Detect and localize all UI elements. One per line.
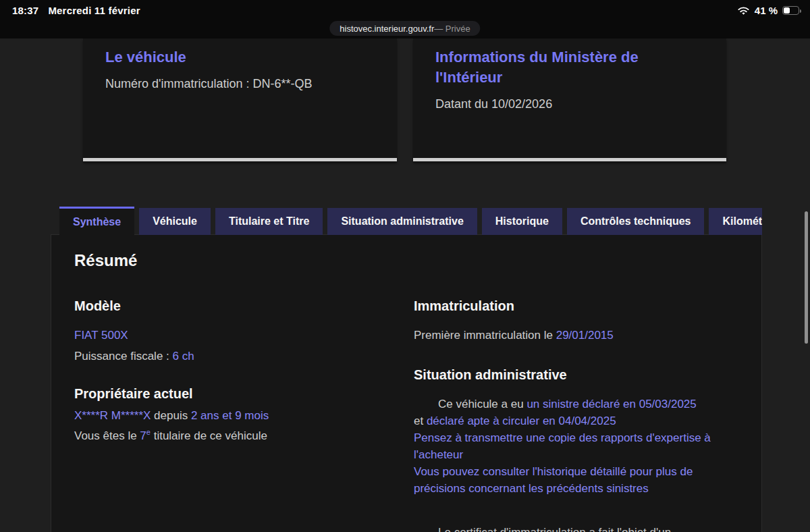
- status-bar-right: 41 %: [737, 5, 799, 16]
- owner-name: X****R M*****X: [74, 409, 151, 422]
- model-heading: Modèle: [74, 297, 364, 315]
- tab-bar: Synthèse Véhicule Titulaire et Titre Sit…: [51, 206, 762, 235]
- historique-detail-link[interactable]: Vous pouvez consulter l'historique détai…: [414, 465, 693, 495]
- first-registration-date: 29/01/2015: [556, 329, 614, 342]
- tab-controles-techniques[interactable]: Contrôles techniques: [567, 208, 705, 235]
- situation-paragraph: Ce véhicule a eu un sinistre déclaré en …: [414, 396, 738, 497]
- status-time: 18:37: [12, 5, 38, 16]
- battery-level-fill: [784, 7, 790, 14]
- holder-rank: 7e: [140, 429, 151, 442]
- sinistre-link[interactable]: un sinistre déclaré en 05/03/2025: [526, 398, 696, 410]
- tab-kilometrage[interactable]: Kilométrage: [709, 208, 762, 235]
- status-date: Mercredi 11 février: [48, 5, 140, 16]
- battery-icon: [782, 6, 799, 15]
- battery-nub: [800, 9, 802, 13]
- certificat-clipped-line: Le certificat d'immatriculation a fait l…: [414, 524, 738, 532]
- vertical-scrollbar[interactable]: [805, 211, 808, 344]
- address-bar-privacy-label: — Privée: [434, 24, 470, 34]
- model-name-link[interactable]: FIAT 500X: [74, 329, 128, 342]
- holder-line: Vous êtes le 7e titulaire de ce véhicule: [74, 424, 364, 444]
- synthese-panel: Résumé Modèle FIAT 500X Puissance fiscal…: [51, 234, 762, 532]
- owner-heading: Propriétaire actuel: [74, 385, 364, 402]
- situation-heading: Situation administrative: [414, 366, 738, 383]
- tab-situation-administrative[interactable]: Situation administrative: [327, 208, 477, 235]
- address-bar-url: histovec.interieur.gouv.fr: [340, 24, 434, 34]
- tab-titulaire-et-titre[interactable]: Titulaire et Titre: [215, 208, 323, 235]
- battery-percent-label: 41 %: [755, 5, 778, 16]
- tab-vehicule[interactable]: Véhicule: [139, 208, 211, 235]
- status-bar-left: 18:37Mercredi 11 février: [12, 5, 140, 16]
- owner-line: X****R M*****X depuis 2 ans et 9 mois: [74, 407, 364, 424]
- holder-suffix: titulaire de ce véhicule: [151, 429, 267, 442]
- ministry-card: Informations du Ministère de l'Intérieur…: [413, 38, 726, 161]
- summary-left-column: Modèle FIAT 500X Puissance fiscale : 6 c…: [74, 297, 364, 444]
- registration-heading: Immatriculation: [414, 297, 738, 315]
- address-bar[interactable]: histovec.interieur.gouv.fr — Privée: [329, 21, 480, 36]
- expertise-link[interactable]: Pensez à transmettre une copie des rappo…: [414, 431, 711, 461]
- fiscal-power-label: Puissance fiscale :: [74, 350, 173, 363]
- wifi-icon: [737, 6, 750, 16]
- fiscal-power-line: Puissance fiscale : 6 ch: [74, 348, 364, 365]
- owner-duration: 2 ans et 9 mois: [191, 409, 269, 422]
- owner-since-label: depuis: [151, 409, 191, 422]
- apte-link[interactable]: déclaré apte à circuler en 04/04/2025: [427, 415, 616, 427]
- tab-historique[interactable]: Historique: [482, 208, 562, 235]
- vehicle-card-title: Le véhicule: [105, 47, 377, 68]
- first-registration-label: Première immatriculation le: [414, 329, 556, 342]
- apte-prefix: et: [414, 415, 427, 427]
- vehicle-card: Le véhicule Numéro d'immatriculation : D…: [83, 38, 397, 161]
- tab-synthese[interactable]: Synthèse: [59, 207, 134, 235]
- resume-heading: Résumé: [74, 251, 137, 270]
- first-registration-line: Première immatriculation le 29/01/2015: [414, 327, 738, 344]
- browser-chrome: 18:37Mercredi 11 février histovec.interi…: [0, 0, 810, 38]
- sinistre-prefix: Ce véhicule a eu: [438, 398, 526, 410]
- ministry-card-subtitle: Datant du 10/02/2026: [435, 96, 706, 112]
- summary-right-column: Immatriculation Première immatriculation…: [414, 297, 738, 497]
- holder-prefix: Vous êtes le: [74, 429, 140, 442]
- fiscal-power-value: 6 ch: [173, 350, 194, 363]
- ministry-card-title: Informations du Ministère de l'Intérieur: [435, 47, 706, 88]
- vehicle-card-subtitle: Numéro d'immatriculation : DN-6**-QB: [105, 76, 377, 92]
